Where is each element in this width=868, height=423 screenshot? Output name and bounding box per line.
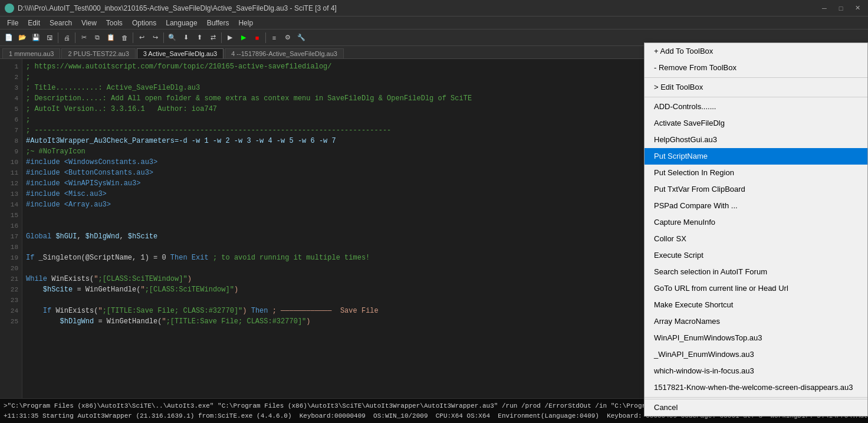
context-menu-item[interactable]: ADD-Controls.......	[645, 99, 867, 115]
save-button[interactable]: 💾	[29, 31, 42, 44]
toolbar-sep-3	[133, 32, 133, 43]
line-number: 3	[0, 83, 22, 93]
line-number: 20	[0, 263, 22, 274]
find-prev-button[interactable]: ⬆	[193, 31, 206, 44]
context-menu-item[interactable]: Put TxtVar From ClipBoard	[645, 181, 867, 198]
context-menu-separator	[645, 397, 867, 398]
line-number: 21	[0, 274, 22, 284]
line-number: 2	[0, 72, 22, 83]
line-numbers: 1234567891011121314151617181920212223242…	[0, 59, 22, 398]
context-menu-item[interactable]: Execute Script	[645, 247, 867, 264]
line-number: 11	[0, 168, 22, 178]
menu-item-help[interactable]: Help	[234, 18, 258, 28]
menu-item-edit[interactable]: Edit	[23, 18, 45, 28]
context-menu-item[interactable]: + Add To ToolBox	[645, 43, 867, 60]
undo-button[interactable]: ↩	[135, 31, 148, 44]
context-menu-item[interactable]: Collor SX	[645, 231, 867, 247]
line-number: 12	[0, 178, 22, 189]
toolbar-sep-2	[75, 32, 75, 43]
toolbar-sep-4	[163, 32, 164, 43]
line-number: 7	[0, 125, 22, 136]
title-bar: D:\\i\\Pro\.AutoIT_Test\000_inbox\210165…	[0, 0, 868, 17]
tab-2[interactable]: 3 Active_SaveFileDlg.au3	[137, 48, 223, 58]
context-menu-item[interactable]: 1517821-Know-when-the-welcome-screen-dis…	[645, 379, 867, 396]
stop-button[interactable]: ■	[251, 31, 264, 44]
context-menu-item[interactable]: _WinAPI_EnumWindows.au3	[645, 346, 867, 363]
tab-3[interactable]: 4 --1517896-Active_SaveFileDlg.au3	[225, 48, 344, 58]
context-menu-separator	[645, 77, 867, 78]
window-controls: ─ □ ✕	[818, 2, 863, 14]
copy-button[interactable]: ⧉	[91, 31, 104, 44]
context-menu-item[interactable]: Put ScriptName	[645, 148, 867, 165]
menu-item-options[interactable]: Options	[127, 18, 161, 28]
context-menu-item[interactable]: Array MacroNames	[645, 313, 867, 330]
delete-button[interactable]: 🗑	[118, 31, 131, 44]
tab-1[interactable]: 2 PLUS-TEST22.au3	[61, 48, 135, 58]
context-menu-item[interactable]: PSPad Compare With ...	[645, 198, 867, 214]
line-number: 19	[0, 253, 22, 263]
line-number: 23	[0, 295, 22, 306]
compile-button[interactable]: ▶	[223, 31, 236, 44]
line-number: 4	[0, 93, 22, 104]
minimize-button[interactable]: ─	[818, 2, 830, 14]
line-number: 17	[0, 231, 22, 242]
context-menu-item[interactable]: GoTo URL from current line or Head Url	[645, 280, 867, 297]
line-number: 1	[0, 61, 22, 72]
redo-button[interactable]: ↪	[149, 31, 162, 44]
app-icon	[5, 4, 14, 13]
line-number: 25	[0, 316, 22, 327]
extra-btn-2[interactable]: ⚙	[281, 31, 294, 44]
menu-bar: FileEditSearchViewToolsOptionsLanguageBu…	[0, 17, 868, 29]
line-number: 22	[0, 284, 22, 295]
context-menu-item[interactable]: - Remove From ToolBox	[645, 60, 867, 76]
menu-item-search[interactable]: Search	[45, 18, 77, 28]
context-menu-separator	[645, 97, 867, 97]
line-number: 18	[0, 242, 22, 253]
menu-item-view[interactable]: View	[77, 18, 101, 28]
context-menu-item[interactable]: which-window-is-in-focus.au3	[645, 363, 867, 379]
toolbar-sep-5	[221, 32, 222, 43]
find-next-button[interactable]: ⬇	[179, 31, 192, 44]
line-number: 16	[0, 221, 22, 231]
save-as-button[interactable]: 🖫	[43, 31, 56, 44]
cut-button[interactable]: ✂	[77, 31, 90, 44]
context-menu-item[interactable]: Activate SaveFileDlg	[645, 115, 867, 132]
line-number: 10	[0, 157, 22, 168]
toolbar-sep-1	[58, 32, 58, 43]
run-button[interactable]: ▶	[237, 31, 250, 44]
find-button[interactable]: 🔍	[166, 31, 179, 44]
maximize-button[interactable]: □	[835, 2, 847, 14]
extra-btn-1[interactable]: ≡	[268, 31, 281, 44]
line-number: 15	[0, 210, 22, 221]
line-number: 14	[0, 199, 22, 210]
line-number: 6	[0, 114, 22, 125]
context-menu-item[interactable]: Cancel	[645, 399, 867, 416]
line-number: 24	[0, 306, 22, 316]
tab-0[interactable]: 1 mmmenu.au3	[2, 48, 60, 58]
print-button[interactable]: 🖨	[60, 31, 73, 44]
line-number: 5	[0, 104, 22, 114]
context-menu-item[interactable]: Make Execute Shortcut	[645, 297, 867, 313]
context-menu-item[interactable]: > Edit ToolBox	[645, 79, 867, 96]
context-menu-item[interactable]: WinAPI_EnumWindowsTop.au3	[645, 330, 867, 346]
close-button[interactable]: ✕	[851, 2, 863, 14]
replace-button[interactable]: ⇄	[206, 31, 219, 44]
open-button[interactable]: 📂	[16, 31, 29, 44]
menu-item-buffers[interactable]: Buffers	[202, 18, 234, 28]
extra-btn-3[interactable]: 🔧	[295, 31, 308, 44]
line-number: 13	[0, 189, 22, 199]
context-menu-item[interactable]: HelpGhostGui.au3	[645, 132, 867, 148]
context-menu: + Add To ToolBox- Remove From ToolBox> E…	[644, 42, 868, 417]
menu-item-file[interactable]: File	[2, 18, 23, 28]
new-button[interactable]: 📄	[2, 31, 15, 44]
line-number: 9	[0, 146, 22, 157]
menu-item-language[interactable]: Language	[161, 18, 202, 28]
context-menu-item[interactable]: Search selection in AutoIT Forum	[645, 264, 867, 280]
context-menu-item[interactable]: Put Selection In Region	[645, 165, 867, 181]
toolbar-sep-6	[265, 32, 266, 43]
context-menu-item[interactable]: Capture MenuInfo	[645, 214, 867, 231]
paste-button[interactable]: 📋	[104, 31, 117, 44]
line-number: 8	[0, 136, 22, 146]
title-text: D:\\i\\Pro\.AutoIT_Test\000_inbox\210165…	[18, 4, 818, 12]
menu-item-tools[interactable]: Tools	[101, 18, 127, 28]
